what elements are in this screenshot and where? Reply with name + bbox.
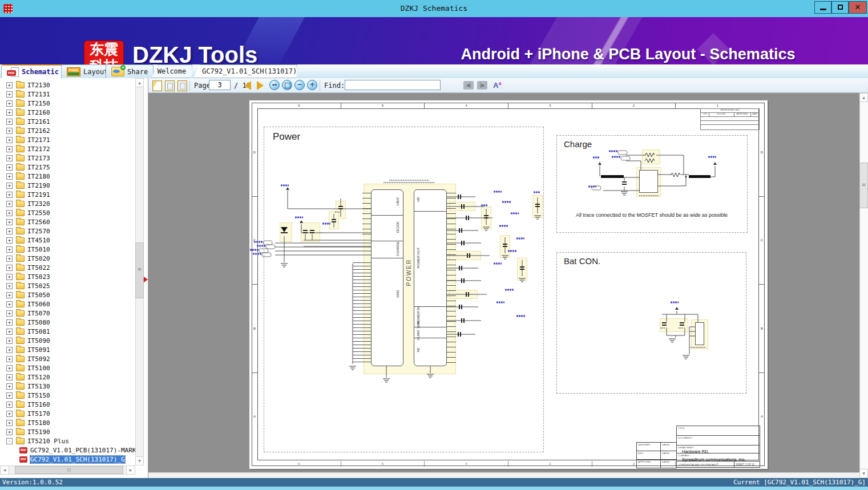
- expand-toggle[interactable]: +: [6, 256, 13, 262]
- expand-toggle[interactable]: +: [6, 365, 13, 371]
- tree-item[interactable]: + IT5160: [0, 400, 135, 409]
- tree-hscroll-thumb[interactable]: [15, 466, 123, 474]
- tree-item[interactable]: + IT5025: [0, 281, 135, 290]
- panel-collapse-arrow-icon[interactable]: [144, 277, 148, 282]
- tree-item[interactable]: + IT2320: [0, 199, 135, 208]
- tree-item[interactable]: + IT5023: [0, 272, 135, 281]
- expand-toggle[interactable]: +: [6, 246, 13, 253]
- tree-item[interactable]: + IT5092: [0, 354, 135, 363]
- tree-item[interactable]: + IT5190: [0, 427, 135, 436]
- expand-toggle[interactable]: +: [6, 274, 13, 280]
- expand-toggle[interactable]: +: [6, 420, 13, 426]
- document-vscroll-thumb[interactable]: [859, 163, 868, 208]
- single-page-button[interactable]: [152, 80, 162, 91]
- expand-toggle[interactable]: +: [6, 219, 13, 225]
- tree-item[interactable]: + IT2161: [0, 117, 135, 126]
- tree-item[interactable]: + IT5130: [0, 382, 135, 391]
- page-layout-alt-button[interactable]: [177, 80, 187, 91]
- page-number-input[interactable]: [209, 80, 231, 90]
- scroll-down-arrow[interactable]: [859, 469, 868, 478]
- tree-item[interactable]: GC792_V1.01_SCH(131017)_G: [0, 455, 135, 464]
- expand-toggle[interactable]: +: [6, 319, 13, 326]
- find-next-button[interactable]: [477, 81, 487, 90]
- expand-toggle[interactable]: +: [6, 338, 13, 344]
- tree-item[interactable]: + IT5060: [0, 299, 135, 309]
- tree-item[interactable]: + IT5091: [0, 345, 135, 354]
- expand-toggle[interactable]: -: [6, 438, 13, 444]
- expand-toggle[interactable]: +: [6, 110, 13, 116]
- schematic-page[interactable]: 65 43 21 65 43 21 DC BA DC BA REVISION R…: [249, 100, 768, 469]
- tree-item[interactable]: GC792_V1.01_PCB(131017)-MARK: [0, 446, 135, 455]
- tree-item[interactable]: + IT5100: [0, 363, 135, 372]
- tree-item[interactable]: + IT5080: [0, 318, 135, 327]
- tree-item[interactable]: + IT5090: [0, 336, 135, 345]
- close-tab-icon[interactable]: [309, 68, 313, 75]
- tree-item[interactable]: + IT2172: [0, 144, 135, 153]
- model-tree[interactable]: + IT2130 + IT2131 + IT2150 +: [0, 78, 135, 465]
- tab-schematic[interactable]: Schematic: [1, 64, 64, 78]
- expand-toggle[interactable]: +: [6, 402, 13, 408]
- expand-toggle[interactable]: +: [6, 265, 13, 271]
- tree-item[interactable]: + IT2173: [0, 153, 135, 163]
- expand-toggle[interactable]: +: [6, 201, 13, 207]
- tree-item[interactable]: + IT5022: [0, 263, 135, 272]
- scroll-up-arrow[interactable]: [135, 78, 144, 87]
- tree-item[interactable]: + IT2130: [0, 80, 135, 90]
- tree-item[interactable]: + IT2180: [0, 172, 135, 181]
- document-viewport[interactable]: 65 43 21 65 43 21 DC BA DC BA REVISION R…: [148, 93, 868, 478]
- tree-item[interactable]: + IT2191: [0, 190, 135, 199]
- expand-toggle[interactable]: +: [6, 155, 13, 161]
- expand-toggle[interactable]: +: [6, 128, 13, 134]
- fit-page-button[interactable]: [282, 80, 292, 90]
- tree-item[interactable]: + IT5010: [0, 245, 135, 254]
- expand-toggle[interactable]: +: [6, 82, 13, 88]
- expand-toggle[interactable]: +: [6, 119, 13, 125]
- tree-item[interactable]: + IT2131: [0, 90, 135, 99]
- tree-item[interactable]: + IT2160: [0, 108, 135, 117]
- expand-toggle[interactable]: +: [6, 137, 13, 143]
- font-size-button[interactable]: Aa: [493, 80, 501, 90]
- expand-toggle[interactable]: +: [6, 210, 13, 216]
- expand-toggle[interactable]: +: [6, 292, 13, 298]
- expand-toggle[interactable]: +: [6, 310, 13, 317]
- tree-item[interactable]: + IT5070: [0, 309, 135, 318]
- expand-toggle[interactable]: +: [6, 173, 13, 180]
- expand-toggle[interactable]: +: [6, 91, 13, 98]
- expand-toggle[interactable]: +: [6, 183, 13, 189]
- tree-item[interactable]: - IT5210 Plus: [0, 436, 135, 446]
- zoom-in-button[interactable]: [307, 80, 317, 90]
- expand-toggle[interactable]: +: [6, 411, 13, 417]
- expand-toggle[interactable]: +: [6, 164, 13, 171]
- tree-item[interactable]: + IT5170: [0, 409, 135, 418]
- expand-toggle[interactable]: +: [6, 356, 13, 362]
- expand-toggle[interactable]: +: [6, 374, 13, 380]
- expand-toggle[interactable]: +: [6, 329, 13, 335]
- expand-toggle[interactable]: +: [6, 383, 13, 390]
- tree-item[interactable]: + IT2570: [0, 226, 135, 236]
- tree-item[interactable]: + IT2171: [0, 135, 135, 144]
- tree-item[interactable]: + IT2175: [0, 163, 135, 172]
- expand-toggle[interactable]: +: [6, 146, 13, 152]
- scroll-down-arrow[interactable]: [135, 456, 144, 465]
- zoom-out-button[interactable]: [294, 80, 305, 90]
- tree-item[interactable]: + IT5081: [0, 327, 135, 336]
- doc-tab-current[interactable]: GC792_V1.01_SCH(131017)_G: [193, 64, 297, 78]
- close-button[interactable]: [849, 1, 867, 14]
- maximize-button[interactable]: [831, 1, 849, 14]
- expand-toggle[interactable]: +: [6, 100, 13, 107]
- page-layout-button[interactable]: [165, 80, 175, 91]
- scroll-left-arrow[interactable]: [0, 465, 9, 475]
- document-vertical-scrollbar[interactable]: [859, 93, 868, 478]
- scroll-up-arrow[interactable]: [859, 93, 868, 102]
- fit-width-button[interactable]: [269, 80, 280, 90]
- expand-toggle[interactable]: +: [6, 347, 13, 353]
- tree-vscroll-thumb[interactable]: [135, 242, 144, 298]
- expand-toggle[interactable]: +: [6, 429, 13, 435]
- scroll-right-arrow[interactable]: [126, 465, 135, 475]
- document-horizontal-scrollbar[interactable]: [148, 472, 859, 478]
- tab-share[interactable]: Share: [106, 64, 154, 78]
- find-input[interactable]: [345, 80, 441, 90]
- tree-item[interactable]: + IT2550: [0, 208, 135, 217]
- expand-toggle[interactable]: +: [6, 283, 13, 289]
- minimize-button[interactable]: [814, 1, 831, 14]
